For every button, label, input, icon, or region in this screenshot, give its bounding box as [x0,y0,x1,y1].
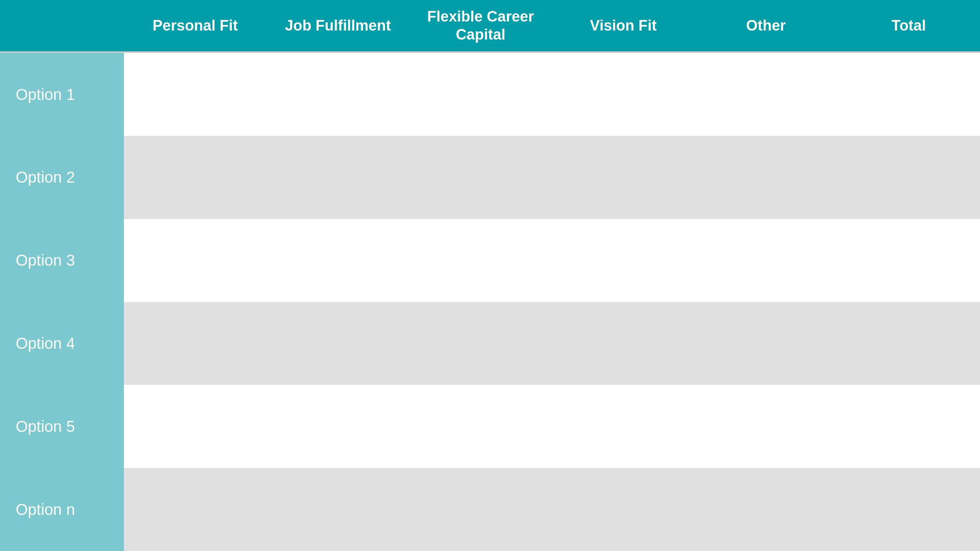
table-row: Option 2 [0,136,980,219]
row-label-option1: Option 1 [0,53,124,136]
row-cell-option3-other[interactable] [695,219,837,302]
row-cell-option5-other[interactable] [695,385,837,468]
row-cell-optionn-vision-fit[interactable] [552,468,695,551]
header-job-fulfillment: Job Fulfillment [267,9,409,43]
row-cell-option3-vision-fit[interactable] [552,219,695,302]
row-cell-optionn-personal-fit[interactable] [124,468,267,551]
row-cell-option3-job-fulfillment[interactable] [267,219,409,302]
row-cell-option1-vision-fit[interactable] [552,53,695,136]
table-row: Option 4 [0,302,980,385]
row-cell-option4-vision-fit[interactable] [552,302,695,385]
row-label-option2: Option 2 [0,136,124,219]
row-cell-optionn-total[interactable] [837,468,980,551]
row-cell-option1-total[interactable] [837,53,980,136]
row-label-option4: Option 4 [0,302,124,385]
row-cell-option3-total[interactable] [837,219,980,302]
row-cell-option4-other[interactable] [695,302,837,385]
row-cell-option1-other[interactable] [695,53,837,136]
row-cell-option5-total[interactable] [837,385,980,468]
row-cell-option2-other[interactable] [695,136,837,219]
table-body: Option 1 Option 2 Option 3 [0,53,980,551]
row-cell-optionn-other[interactable] [695,468,837,551]
row-cell-option2-job-fulfillment[interactable] [267,136,409,219]
table-row: Option 1 [0,53,980,136]
row-cell-option3-personal-fit[interactable] [124,219,267,302]
row-cell-option4-total[interactable] [837,302,980,385]
table-header: Personal Fit Job Fulfillment Flexible Ca… [0,0,980,51]
row-cell-option5-vision-fit[interactable] [552,385,695,468]
row-cell-option1-personal-fit[interactable] [124,53,267,136]
row-cell-option2-flexible-career-capital[interactable] [409,136,552,219]
row-cell-option2-total[interactable] [837,136,980,219]
row-cell-option4-job-fulfillment[interactable] [267,302,409,385]
header-other: Other [695,9,837,43]
row-cell-option3-flexible-career-capital[interactable] [409,219,552,302]
table-row: Option 3 [0,219,980,302]
table-row: Option 5 [0,385,980,468]
row-cell-option4-flexible-career-capital[interactable] [409,302,552,385]
header-vision-fit: Vision Fit [552,9,695,43]
comparison-table: Personal Fit Job Fulfillment Flexible Ca… [0,0,980,551]
row-cell-option5-personal-fit[interactable] [124,385,267,468]
header-personal-fit: Personal Fit [124,9,267,43]
row-cell-option5-flexible-career-capital[interactable] [409,385,552,468]
row-cell-option4-personal-fit[interactable] [124,302,267,385]
row-label-option3: Option 3 [0,219,124,302]
row-label-option-n: Option n [0,468,124,551]
row-cell-option5-job-fulfillment[interactable] [267,385,409,468]
header-total: Total [837,9,980,43]
row-cell-option2-vision-fit[interactable] [552,136,695,219]
row-cell-optionn-job-fulfillment[interactable] [267,468,409,551]
header-flexible-career-capital: Flexible Career Capital [409,0,552,51]
row-cell-option1-job-fulfillment[interactable] [267,53,409,136]
table-row: Option n [0,468,980,551]
row-cell-optionn-flexible-career-capital[interactable] [409,468,552,551]
row-cell-option1-flexible-career-capital[interactable] [409,53,552,136]
row-label-option5: Option 5 [0,385,124,468]
row-cell-option2-personal-fit[interactable] [124,136,267,219]
